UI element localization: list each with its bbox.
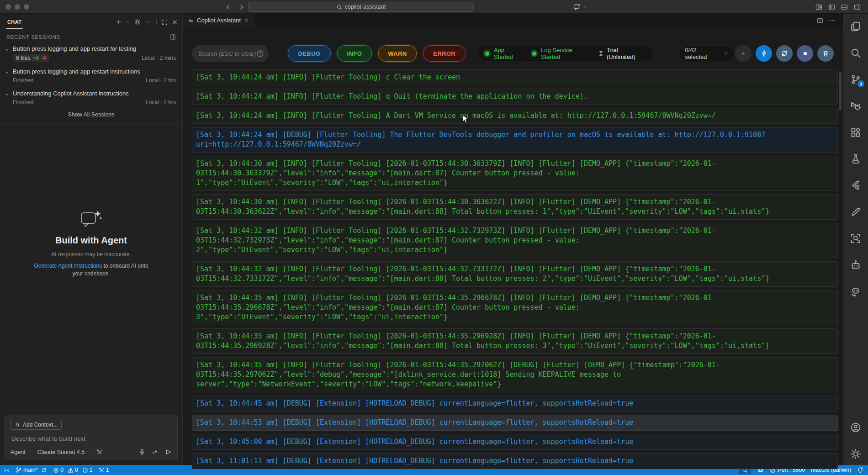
tools-count: 1	[106, 467, 109, 473]
session-meta: Local · 2 mins	[142, 55, 176, 61]
command-center-value: copilot-assistant	[345, 4, 386, 10]
log-entry[interactable]: [Sat 3, 10:44:35 am] [INFO] [Flutter Too…	[192, 357, 838, 392]
filter-error-button[interactable]: ERROR	[423, 45, 466, 62]
robot-icon[interactable]	[850, 259, 861, 270]
show-all-sessions-link[interactable]: Show All Sessions	[0, 109, 182, 122]
search-help-icon[interactable]	[256, 50, 264, 58]
log-entry[interactable]: [Sat 3, 10:44:24 am] [DEBUG] [Flutter To…	[192, 127, 838, 153]
license-footer: © 2025 Copilot Assistant. Licensed under…	[183, 472, 843, 475]
frame-search-icon[interactable]	[850, 233, 861, 244]
split-panel-icon[interactable]	[169, 34, 176, 40]
log-entry[interactable]: [Sat 3, 10:44:45 am] [DEBUG] [Extension]…	[192, 396, 838, 412]
log-entry[interactable]: [Sat 3, 11:01:11 am] [DEBUG] [Extension]…	[192, 453, 838, 469]
maximize-panel-icon[interactable]	[162, 19, 168, 25]
tab-chat[interactable]: CHAT	[6, 15, 23, 29]
close-window-icon[interactable]	[5, 4, 11, 10]
search-icon	[336, 4, 342, 10]
mode-dropdown[interactable]: Agent	[11, 449, 31, 455]
run-debug-icon[interactable]	[850, 100, 861, 111]
model-dropdown[interactable]: Claude Sonnet 4.5	[37, 449, 90, 455]
close-panel-icon[interactable]	[172, 19, 178, 25]
extensions-icon[interactable]	[850, 127, 861, 138]
send-icon[interactable]	[165, 449, 172, 455]
generate-agent-instructions-link[interactable]: Generate Agent Instructions	[34, 263, 102, 269]
settings-gear-icon[interactable]	[850, 449, 861, 459]
toggle-panel-icon[interactable]	[841, 4, 848, 11]
gear-icon[interactable]	[134, 19, 141, 25]
command-center-search[interactable]: copilot-assistant	[248, 2, 474, 12]
remote-indicator[interactable]	[4, 467, 10, 473]
session-item[interactable]: Button press logging and app restart for…	[0, 42, 182, 65]
new-chat-dropdown-icon[interactable]	[126, 20, 130, 24]
account-icon[interactable]	[850, 422, 861, 433]
log-entry-hovered[interactable]: [Sat 3, 10:44:53 am] [DEBUG] [Extension]…	[192, 415, 838, 431]
session-dot-icon	[6, 94, 8, 95]
branch-indicator[interactable]: main*	[16, 467, 47, 473]
tools-icon	[99, 467, 105, 473]
zoom-window-icon[interactable]	[24, 4, 29, 10]
testing-icon[interactable]	[850, 153, 861, 164]
hot-reload-button[interactable]	[756, 45, 772, 62]
log-entry[interactable]: [Sat 3, 10:45:00 am] [DEBUG] [Extension]…	[192, 434, 838, 450]
add-context-button[interactable]: Add Context...	[11, 420, 62, 430]
clear-selection-icon[interactable]	[724, 51, 729, 56]
toggle-secondary-sidebar-icon[interactable]	[854, 4, 861, 11]
session-item[interactable]: Button press logging and app restart ins…	[0, 65, 182, 87]
copilot-icon[interactable]	[573, 3, 581, 11]
toggle-primary-sidebar-icon[interactable]	[828, 4, 835, 11]
chevron-down-icon[interactable]	[583, 5, 587, 9]
log-entry[interactable]: [Sat 3, 10:44:35 am] [INFO] [Flutter Too…	[192, 328, 838, 354]
log-entry[interactable]: [Sat 3, 10:44:30 am] [INFO] [Flutter Too…	[192, 156, 838, 191]
search-icon[interactable]	[850, 48, 861, 58]
close-tab-icon[interactable]	[244, 18, 249, 23]
source-control-icon[interactable]: 3	[850, 74, 861, 85]
tab-copilot-assistant[interactable]: Copilot Assistant	[183, 14, 254, 27]
log-entry[interactable]: [Sat 3, 10:44:24 am] [INFO] [Flutter Too…	[192, 108, 838, 124]
app-started-status: App Started	[483, 47, 524, 60]
minimize-window-icon[interactable]	[15, 4, 20, 10]
edit-sparkle-icon[interactable]	[850, 206, 861, 217]
log-search-input[interactable]: Search (ESC to clear)	[192, 45, 269, 62]
more-actions-icon[interactable]	[145, 19, 151, 25]
log-list-icon	[188, 17, 194, 23]
problems-indicator[interactable]: 0 0 1	[53, 467, 92, 473]
new-chat-icon[interactable]	[116, 19, 122, 25]
tools-indicator[interactable]: 1	[99, 467, 109, 473]
tools-icon[interactable]	[96, 449, 103, 455]
play-button[interactable]	[735, 45, 752, 62]
log-entry[interactable]: [Sat 3, 10:44:32 am] [INFO] [Flutter Too…	[192, 261, 838, 287]
traffic-lights[interactable]	[0, 4, 29, 10]
editor-tab-bar: Copilot Assistant	[183, 14, 843, 27]
continue-arrow-icon[interactable]	[152, 449, 159, 455]
warning-count: 0	[75, 467, 78, 473]
explorer-icon[interactable]	[850, 21, 861, 32]
filter-info-button[interactable]: INFO	[337, 45, 372, 62]
stop-button[interactable]	[797, 45, 813, 62]
log-entry[interactable]: [Sat 3, 10:44:35 am] [INFO] [Flutter Too…	[192, 290, 838, 325]
log-entry[interactable]: [Sat 3, 10:44:32 am] [INFO] [Flutter Too…	[192, 223, 838, 258]
divider	[156, 19, 157, 25]
log-entry[interactable]: [Sat 3, 10:44:24 am] [INFO] [Flutter Too…	[192, 69, 838, 85]
delete-logs-button[interactable]	[817, 45, 834, 62]
copilot-reload-icon[interactable]	[850, 286, 861, 297]
more-actions-icon[interactable]	[829, 17, 836, 24]
notifications-bell[interactable]	[857, 467, 863, 473]
refresh-button[interactable]	[776, 45, 793, 62]
split-editor-icon[interactable]	[817, 17, 823, 24]
selection-count-pill: 0/42 selected	[678, 46, 735, 61]
session-item[interactable]: Understanding Copilot Assistant instruct…	[0, 87, 182, 109]
flutter-icon[interactable]	[850, 180, 861, 191]
composer-placeholder[interactable]: Describe what to build next	[11, 435, 171, 442]
filter-debug-button[interactable]: DEBUG	[288, 45, 331, 62]
scrollbar-thumb[interactable]	[839, 72, 842, 111]
chat-composer[interactable]: Add Context... Describe what to build ne…	[5, 415, 178, 460]
history-back-icon[interactable]	[225, 4, 232, 11]
log-entry[interactable]: [Sat 3, 10:44:30 am] [INFO] [Flutter Too…	[192, 194, 838, 220]
info-icon	[82, 467, 88, 473]
filter-warn-button[interactable]: WARN	[378, 45, 417, 62]
history-forward-icon[interactable]	[238, 4, 245, 11]
microphone-icon[interactable]	[139, 449, 145, 455]
log-entry[interactable]: [Sat 3, 10:44:24 am] [INFO] [Flutter Too…	[192, 89, 838, 105]
customize-layout-icon[interactable]	[815, 4, 822, 11]
empty-state-title: Build with Agent	[55, 235, 127, 246]
